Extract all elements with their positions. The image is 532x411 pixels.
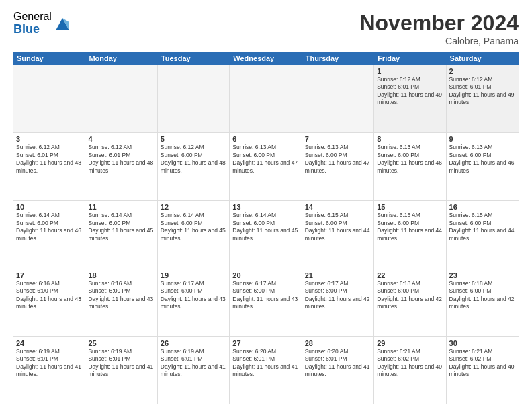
day-number: 2 [449, 67, 516, 75]
cell-detail: Sunrise: 6:16 AM Sunset: 6:00 PM Dayligh… [16, 280, 82, 311]
table-row: 17Sunrise: 6:16 AM Sunset: 6:00 PM Dayli… [13, 269, 85, 336]
cell-detail: Sunrise: 6:14 AM Sunset: 6:00 PM Dayligh… [16, 212, 82, 242]
header-monday: Monday [85, 52, 157, 65]
table-row: 27Sunrise: 6:20 AM Sunset: 6:01 PM Dayli… [230, 337, 302, 404]
day-number: 14 [305, 203, 371, 211]
day-number: 22 [377, 271, 443, 279]
day-number: 27 [232, 339, 298, 347]
day-number: 28 [305, 339, 371, 347]
calendar-row: 24Sunrise: 6:19 AM Sunset: 6:01 PM Dayli… [13, 337, 519, 404]
day-number: 6 [232, 135, 298, 143]
table-row: 24Sunrise: 6:19 AM Sunset: 6:01 PM Dayli… [13, 337, 85, 404]
logo-text: General Blue [13, 11, 52, 36]
header-thursday: Thursday [302, 52, 374, 65]
table-row: 9Sunrise: 6:13 AM Sunset: 6:00 PM Daylig… [447, 133, 519, 200]
table-row: 8Sunrise: 6:13 AM Sunset: 6:00 PM Daylig… [374, 133, 446, 200]
cell-detail: Sunrise: 6:13 AM Sunset: 6:00 PM Dayligh… [305, 144, 371, 175]
cell-detail: Sunrise: 6:21 AM Sunset: 6:02 PM Dayligh… [377, 348, 443, 379]
table-row: 12Sunrise: 6:14 AM Sunset: 6:00 PM Dayli… [158, 201, 230, 268]
cell-detail: Sunrise: 6:17 AM Sunset: 6:00 PM Dayligh… [305, 280, 371, 311]
table-row: 4Sunrise: 6:12 AM Sunset: 6:01 PM Daylig… [85, 133, 157, 200]
header: General Blue November 2024 Calobre, Pana… [13, 11, 519, 46]
table-row [302, 65, 374, 132]
cell-detail: Sunrise: 6:16 AM Sunset: 6:00 PM Dayligh… [88, 280, 154, 311]
table-row: 7Sunrise: 6:13 AM Sunset: 6:00 PM Daylig… [302, 133, 374, 200]
day-number: 12 [161, 203, 226, 211]
calendar: Sunday Monday Tuesday Wednesday Thursday… [13, 52, 519, 404]
header-sunday: Sunday [13, 52, 85, 65]
table-row: 28Sunrise: 6:20 AM Sunset: 6:01 PM Dayli… [302, 337, 374, 404]
logo-general: General [13, 11, 52, 23]
cell-detail: Sunrise: 6:19 AM Sunset: 6:01 PM Dayligh… [88, 348, 154, 379]
cell-detail: Sunrise: 6:19 AM Sunset: 6:01 PM Dayligh… [161, 348, 226, 379]
day-number: 26 [161, 339, 226, 347]
table-row: 14Sunrise: 6:15 AM Sunset: 6:00 PM Dayli… [302, 201, 374, 268]
cell-detail: Sunrise: 6:12 AM Sunset: 6:01 PM Dayligh… [377, 76, 443, 107]
table-row: 2Sunrise: 6:12 AM Sunset: 6:01 PM Daylig… [447, 65, 519, 132]
cell-detail: Sunrise: 6:13 AM Sunset: 6:00 PM Dayligh… [232, 144, 298, 175]
cell-detail: Sunrise: 6:21 AM Sunset: 6:02 PM Dayligh… [449, 348, 516, 379]
header-friday: Friday [374, 52, 446, 65]
table-row [13, 65, 85, 132]
table-row: 11Sunrise: 6:14 AM Sunset: 6:00 PM Dayli… [85, 201, 157, 268]
day-number: 23 [449, 271, 516, 279]
cell-detail: Sunrise: 6:18 AM Sunset: 6:00 PM Dayligh… [377, 280, 443, 311]
table-row [158, 65, 230, 132]
table-row: 18Sunrise: 6:16 AM Sunset: 6:00 PM Dayli… [85, 269, 157, 336]
calendar-row: 17Sunrise: 6:16 AM Sunset: 6:00 PM Dayli… [13, 269, 519, 337]
day-number: 29 [377, 339, 443, 347]
table-row [85, 65, 157, 132]
cell-detail: Sunrise: 6:17 AM Sunset: 6:00 PM Dayligh… [161, 280, 226, 311]
cell-detail: Sunrise: 6:14 AM Sunset: 6:00 PM Dayligh… [161, 212, 226, 242]
cell-detail: Sunrise: 6:17 AM Sunset: 6:00 PM Dayligh… [232, 280, 298, 311]
table-row: 13Sunrise: 6:14 AM Sunset: 6:00 PM Dayli… [230, 201, 302, 268]
cell-detail: Sunrise: 6:20 AM Sunset: 6:01 PM Dayligh… [305, 348, 371, 379]
day-number: 19 [161, 271, 226, 279]
table-row: 19Sunrise: 6:17 AM Sunset: 6:00 PM Dayli… [158, 269, 230, 336]
day-number: 25 [88, 339, 154, 347]
table-row: 1Sunrise: 6:12 AM Sunset: 6:01 PM Daylig… [374, 65, 446, 132]
table-row: 25Sunrise: 6:19 AM Sunset: 6:01 PM Dayli… [85, 337, 157, 404]
cell-detail: Sunrise: 6:13 AM Sunset: 6:00 PM Dayligh… [377, 144, 443, 175]
table-row: 5Sunrise: 6:12 AM Sunset: 6:00 PM Daylig… [158, 133, 230, 200]
cell-detail: Sunrise: 6:18 AM Sunset: 6:00 PM Dayligh… [449, 280, 516, 311]
day-number: 16 [449, 203, 516, 211]
day-number: 30 [449, 339, 516, 347]
day-number: 11 [88, 203, 154, 211]
day-number: 8 [377, 135, 443, 143]
table-row: 21Sunrise: 6:17 AM Sunset: 6:00 PM Dayli… [302, 269, 374, 336]
cell-detail: Sunrise: 6:14 AM Sunset: 6:00 PM Dayligh… [88, 212, 154, 242]
cell-detail: Sunrise: 6:12 AM Sunset: 6:01 PM Dayligh… [16, 144, 82, 175]
day-number: 3 [16, 135, 82, 143]
cell-detail: Sunrise: 6:12 AM Sunset: 6:01 PM Dayligh… [88, 144, 154, 175]
day-number: 18 [88, 271, 154, 279]
cell-detail: Sunrise: 6:15 AM Sunset: 6:00 PM Dayligh… [377, 212, 443, 242]
subtitle: Calobre, Panama [359, 36, 519, 46]
cell-detail: Sunrise: 6:13 AM Sunset: 6:00 PM Dayligh… [449, 144, 516, 175]
day-number: 13 [232, 203, 298, 211]
cell-detail: Sunrise: 6:20 AM Sunset: 6:01 PM Dayligh… [232, 348, 298, 379]
calendar-row: 1Sunrise: 6:12 AM Sunset: 6:01 PM Daylig… [13, 65, 519, 133]
page: General Blue November 2024 Calobre, Pana… [0, 0, 532, 411]
cell-detail: Sunrise: 6:14 AM Sunset: 6:00 PM Dayligh… [232, 212, 298, 242]
logo-blue: Blue [13, 23, 52, 36]
cell-detail: Sunrise: 6:15 AM Sunset: 6:00 PM Dayligh… [305, 212, 371, 242]
table-row: 6Sunrise: 6:13 AM Sunset: 6:00 PM Daylig… [230, 133, 302, 200]
table-row: 3Sunrise: 6:12 AM Sunset: 6:01 PM Daylig… [13, 133, 85, 200]
table-row: 26Sunrise: 6:19 AM Sunset: 6:01 PM Dayli… [158, 337, 230, 404]
day-number: 15 [377, 203, 443, 211]
day-number: 1 [377, 67, 443, 75]
calendar-body: 1Sunrise: 6:12 AM Sunset: 6:01 PM Daylig… [13, 65, 519, 404]
logo-icon [53, 14, 72, 33]
month-title: November 2024 [359, 11, 519, 36]
cell-detail: Sunrise: 6:12 AM Sunset: 6:00 PM Dayligh… [161, 144, 226, 175]
table-row [230, 65, 302, 132]
day-number: 10 [16, 203, 82, 211]
calendar-header: Sunday Monday Tuesday Wednesday Thursday… [13, 52, 519, 65]
cell-detail: Sunrise: 6:15 AM Sunset: 6:00 PM Dayligh… [449, 212, 516, 242]
table-row: 23Sunrise: 6:18 AM Sunset: 6:00 PM Dayli… [447, 269, 519, 336]
cell-detail: Sunrise: 6:12 AM Sunset: 6:01 PM Dayligh… [449, 76, 516, 107]
day-number: 17 [16, 271, 82, 279]
day-number: 4 [88, 135, 154, 143]
header-tuesday: Tuesday [158, 52, 230, 65]
